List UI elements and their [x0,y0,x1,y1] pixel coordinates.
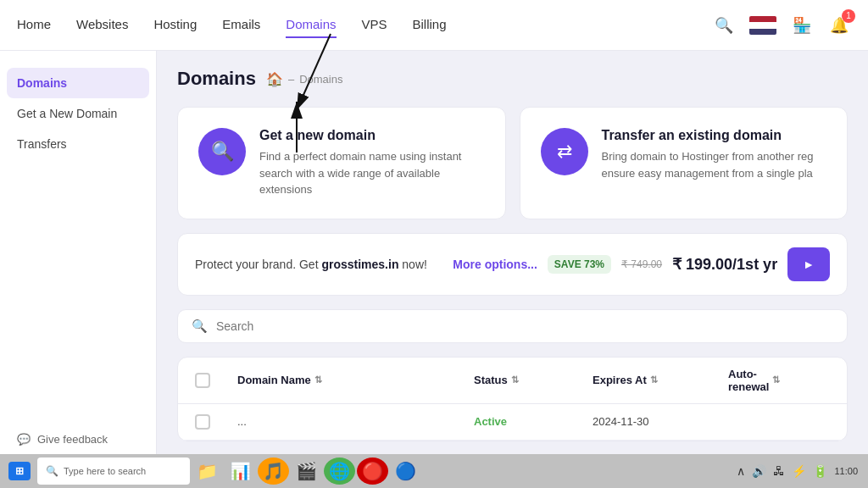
nav-hosting[interactable]: Hosting [153,12,197,38]
sidebar-item-domains[interactable]: Domains [7,68,149,98]
select-all-checkbox[interactable] [195,373,210,388]
taskbar-app-extra[interactable]: 🔵 [390,458,421,485]
search-input[interactable] [216,319,833,333]
flag-icon[interactable] [749,16,776,35]
taskbar-search-icon: 🔍 [46,465,58,477]
th-status-sort-icon[interactable]: ⇅ [511,374,519,385]
breadcrumb-current: Domains [299,73,342,86]
taskbar-time: 11:00 [834,466,858,476]
th-expires-sort-icon[interactable]: ⇅ [650,374,658,385]
nav-home[interactable]: Home [17,12,51,38]
row-status: Active [474,415,593,428]
search-bar: 🔍 [177,309,848,343]
card-transfer-title: Transfer an existing domain [602,128,827,143]
promo-buy-button[interactable]: ► [787,247,830,281]
feedback-icon: 💬 [17,433,31,446]
th-domain-name-label: Domain Name [237,374,311,386]
top-nav: Home Websites Hosting Emails Domains VPS… [0,0,868,51]
page-header: Domains 🏠 – Domains [177,68,848,90]
row-domain-name: ... [237,415,474,428]
feedback-label: Give feedback [37,433,108,446]
promo-old-price: ₹ 749.00 [621,258,662,270]
th-domain-sort-icon[interactable]: ⇅ [314,374,322,385]
breadcrumb: 🏠 – Domains [266,71,343,87]
nav-right: 🔍 🏪 🔔 1 [712,14,851,37]
promo-bar: Protect your brand. Get grosstimes.in no… [177,233,848,296]
card-new-domain-icon: 🔍 [198,128,246,175]
taskbar-app-media[interactable]: 🎬 [291,458,322,485]
nav-billing[interactable]: Billing [413,12,447,38]
row-checkbox-cell [195,414,237,430]
promo-domain: grosstimes.in [321,258,398,271]
header-checkbox-cell [195,373,237,388]
table-row: ... Active 2024-11-30 [178,404,847,441]
th-auto-sort-icon[interactable]: ⇅ [772,374,780,385]
sidebar-item-new-domain[interactable]: Get a New Domain [0,98,156,129]
sidebar: Domains Get a New Domain Transfers 💬 Giv… [0,51,157,488]
nav-websites[interactable]: Websites [76,12,128,38]
taskbar-app-opera[interactable]: 🔴 [357,458,388,485]
taskbar: ⊞ 🔍 Type here to search 📁 📊 🎵 🎬 🌐 🔴 🔵 ∧ … [0,454,868,488]
th-expires-at: Expires At ⇅ [593,374,728,386]
breadcrumb-sep: – [288,73,294,86]
card-transfer-domain[interactable]: ⇄ Transfer an existing domain Bring doma… [520,107,849,219]
promo-text: Protect your brand. Get grosstimes.in no… [195,258,442,271]
taskbar-app-excel[interactable]: 📊 [225,458,256,485]
tray-expand-icon[interactable]: ∧ [737,464,745,478]
th-expires-label: Expires At [593,374,647,386]
table-header: Domain Name ⇅ Status ⇅ Expires At ⇅ Auto… [178,358,847,404]
promo-new-price: ₹ 199.00/1st yr [672,255,777,274]
domains-table: Domain Name ⇅ Status ⇅ Expires At ⇅ Auto… [177,357,848,441]
cards-row: 🔍 Get a new domain Find a perfect domain… [177,107,848,219]
promo-save-badge: SAVE 73% [548,255,611,274]
card-new-domain-desc: Find a perfect domain name using instant… [259,148,485,198]
row-expires: 2024-11-30 [593,415,728,428]
store-icon[interactable]: 🏪 [790,14,814,37]
search-taskbar[interactable]: 🔍 Type here to search [37,458,190,485]
promo-text-before: Protect your brand. Get [195,258,321,271]
breadcrumb-home-icon[interactable]: 🏠 [266,71,283,87]
th-status: Status ⇅ [474,374,593,386]
card-transfer-content: Transfer an existing domain Bring domain… [602,128,827,181]
promo-text-after: now! [398,258,426,271]
tray-network-icon[interactable]: 🖧 [773,464,785,478]
nav-domains[interactable]: Domains [286,12,336,38]
store-icon-wrap: 🏪 [790,14,814,37]
start-button[interactable]: ⊞ [3,458,36,485]
th-auto-renewal-label: Auto-renewal [728,368,769,393]
page-title: Domains [177,68,256,90]
nav-emails[interactable]: Emails [222,12,260,38]
sidebar-item-transfers[interactable]: Transfers [0,129,156,159]
notification-icon-wrap: 🔔 1 [827,14,851,37]
th-domain-name: Domain Name ⇅ [237,374,474,386]
card-transfer-desc: Bring domain to Hostinger from another r… [602,148,827,181]
taskbar-app-vlc[interactable]: 🎵 [258,458,289,485]
card-new-domain-title: Get a new domain [259,128,485,143]
search-icon[interactable]: 🔍 [712,14,736,37]
main-content: Domains 🏠 – Domains 🔍 Get a new domain F… [157,51,868,488]
card-new-domain[interactable]: 🔍 Get a new domain Find a perfect domain… [177,107,506,219]
tray-volume-icon[interactable]: 🔊 [752,464,766,478]
taskbar-app-file-explorer[interactable]: 📁 [192,458,223,485]
notification-badge: 1 [842,9,855,23]
th-status-label: Status [474,374,508,386]
tray-power-icon[interactable]: ⚡ [792,464,806,478]
promo-more-options[interactable]: More options... [453,258,537,271]
start-btn-inner: ⊞ [8,462,31,480]
card-new-domain-content: Get a new domain Find a perfect domain n… [259,128,485,198]
nav-vps[interactable]: VPS [362,12,387,38]
taskbar-tray: ∧ 🔊 🖧 ⚡ 🔋 11:00 [737,464,865,478]
taskbar-search-label: Type here to search [64,466,146,476]
nav-links: Home Websites Hosting Emails Domains VPS… [17,12,712,38]
feedback-button[interactable]: 💬 Give feedback [0,424,157,454]
tray-battery-icon[interactable]: 🔋 [813,464,827,478]
card-transfer-icon: ⇄ [541,128,588,175]
search-icon: 🔍 [192,319,208,334]
row-checkbox[interactable] [195,414,210,430]
th-auto-renewal: Auto-renewal ⇅ [728,368,830,393]
main-layout: Domains Get a New Domain Transfers 💬 Giv… [0,51,868,488]
windows-icon: ⊞ [15,465,24,477]
taskbar-app-chrome[interactable]: 🌐 [324,458,355,485]
